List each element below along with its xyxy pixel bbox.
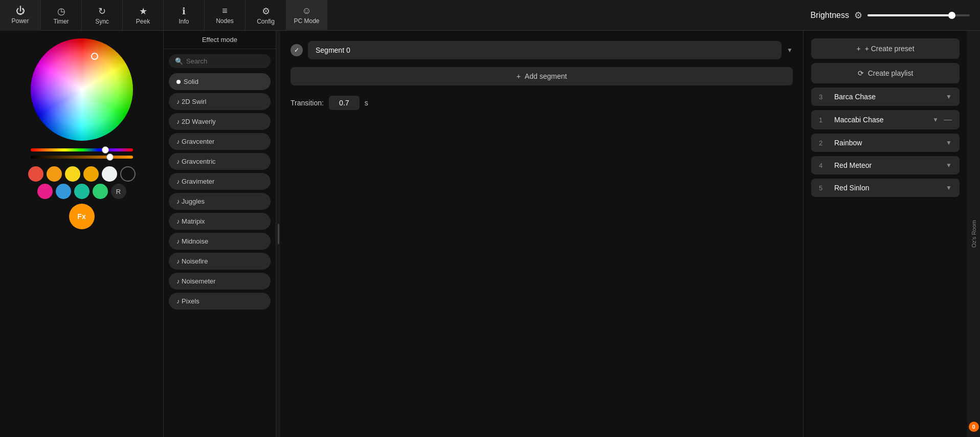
playlist-item-rainbow[interactable]: 2 Rainbow ▼: [811, 134, 960, 152]
swatch-r[interactable]: R: [111, 184, 126, 199]
timer-icon: ◷: [57, 6, 65, 17]
nav-sync-label: Sync: [95, 18, 109, 25]
effect-item-solid[interactable]: Solid: [169, 73, 271, 90]
peek-icon: ★: [139, 6, 147, 17]
nav-peek-label: Peek: [136, 18, 150, 25]
swatch-orange[interactable]: [47, 166, 62, 182]
fx-button[interactable]: Fx: [69, 204, 95, 229]
info-icon: ℹ: [182, 6, 186, 17]
effect-name: ♪ Pixels: [176, 297, 199, 305]
effect-name: ♪ Gravcenter: [176, 138, 214, 145]
color-brightness-slider[interactable]: [31, 156, 133, 159]
nav-peek[interactable]: ★ Peek: [123, 0, 164, 31]
playlist-item-maccabi[interactable]: 1 Maccabi Chase ▼ —: [811, 110, 960, 129]
nav-pcmode[interactable]: ☺ PC Mode: [286, 0, 327, 31]
effect-name: Solid: [184, 78, 198, 85]
config-icon: ⚙: [262, 6, 270, 17]
effect-item-gravcentric[interactable]: ♪ Gravcentric: [169, 153, 271, 170]
effect-item-matripix[interactable]: ♪ Matripix: [169, 213, 271, 230]
chevron-down-icon: ▼: [932, 116, 939, 123]
swatch-white[interactable]: [102, 166, 117, 182]
swatch-black[interactable]: [120, 166, 136, 182]
effect-item-2dwaverly[interactable]: ♪ 2D Waverly: [169, 113, 271, 130]
divider-handle[interactable]: [278, 224, 279, 244]
swatch-yellow[interactable]: [65, 166, 80, 182]
nav-timer-label: Timer: [53, 18, 69, 25]
nav-timer[interactable]: ◷ Timer: [41, 0, 82, 31]
playlist-number: 3: [819, 93, 829, 101]
color-wheel[interactable]: [31, 38, 133, 141]
effect-name: ♪ Noisefire: [176, 257, 208, 265]
minus-icon[interactable]: —: [944, 115, 952, 124]
nav-config[interactable]: ⚙ Config: [246, 0, 286, 31]
panel-divider: [276, 31, 280, 437]
playlist-name: Rainbow: [834, 139, 941, 147]
create-preset-button[interactable]: + + Create preset: [811, 38, 960, 59]
brightness-slider[interactable]: [867, 14, 970, 16]
effect-item-gravimeter[interactable]: ♪ Gravimeter: [169, 173, 271, 190]
swatch-green[interactable]: [93, 184, 108, 199]
nav-power[interactable]: ⏻ Power: [0, 0, 41, 31]
effect-name: ♪ Matripix: [176, 217, 205, 225]
solid-dot: [176, 80, 181, 84]
plus-icon: +: [856, 45, 860, 53]
chevron-down-icon: ▼: [946, 184, 952, 191]
playlist-name: Red Meteor: [834, 161, 941, 169]
playlist-item-barca[interactable]: 3 Barca Chase ▼: [811, 88, 960, 106]
color-wheel-panel: R Fx: [0, 31, 164, 437]
effect-item-midnoise[interactable]: ♪ Midnoise: [169, 233, 271, 250]
color-wheel-dark: [31, 38, 133, 141]
swatch-blue[interactable]: [56, 184, 71, 199]
swatch-red[interactable]: [28, 166, 43, 182]
nav-config-label: Config: [257, 18, 275, 25]
create-playlist-label: Create playlist: [868, 69, 914, 77]
create-playlist-button[interactable]: ⟳ Create playlist: [811, 63, 960, 83]
segment-row: ✓ Segment 0 ▼: [291, 41, 793, 59]
pcmode-icon: ☺: [302, 6, 311, 16]
nav-power-label: Power: [11, 17, 29, 25]
vertical-sidebar: Oz's Room 0: [967, 31, 980, 437]
playlist-panel: + + Create preset ⟳ Create playlist 3 Ba…: [804, 31, 967, 437]
playlist-number: 1: [819, 116, 829, 124]
transition-input[interactable]: [329, 96, 360, 110]
create-preset-label: + Create preset: [865, 45, 915, 53]
transition-label: Transition:: [291, 99, 324, 107]
effect-search-bar[interactable]: 🔍: [169, 54, 271, 68]
nav-info[interactable]: ℹ Info: [164, 0, 205, 31]
effect-item-pixels[interactable]: ♪ Pixels: [169, 293, 271, 310]
swatch-amber[interactable]: [83, 166, 99, 182]
segment-select[interactable]: Segment 0: [308, 41, 782, 59]
swatch-teal[interactable]: [74, 184, 90, 199]
chevron-down-icon: ▼: [946, 139, 952, 146]
brightness-section: Brightness ⚙: [810, 10, 980, 21]
add-segment-button[interactable]: + Add segment: [291, 67, 793, 85]
nav-nodes[interactable]: ≡ Nodes: [205, 0, 246, 31]
main-content: R Fx Effect mode 🔍 Solid ♪ 2D Swirl ♪ 2D…: [0, 31, 980, 437]
segment-checkbox[interactable]: ✓: [291, 44, 303, 56]
color-swatches-row2: R: [37, 184, 126, 199]
segment-chevron-icon: ▼: [787, 47, 793, 54]
effect-item-noisemeter[interactable]: ♪ Noisemeter: [169, 273, 271, 290]
effect-name: ♪ Noisemeter: [176, 277, 216, 285]
playlist-item-red-sinlon[interactable]: 5 Red Sinlon ▼: [811, 179, 960, 197]
nodes-icon: ≡: [222, 6, 228, 16]
effect-name: ♪ Juggles: [176, 198, 205, 205]
nav-pcmode-label: PC Mode: [294, 17, 319, 25]
hue-slider[interactable]: [31, 148, 133, 151]
top-nav: ⏻ Power ◷ Timer ↻ Sync ★ Peek ℹ Info ≡ N…: [0, 0, 980, 31]
transition-row: Transition: s: [291, 96, 793, 110]
effect-item-gravcenter[interactable]: ♪ Gravcenter: [169, 133, 271, 150]
badge-count: 0: [972, 424, 975, 430]
add-segment-label: Add segment: [525, 72, 567, 80]
effect-item-juggles[interactable]: ♪ Juggles: [169, 193, 271, 210]
effect-item-noisefire[interactable]: ♪ Noisefire: [169, 253, 271, 270]
nav-sync[interactable]: ↻ Sync: [82, 0, 123, 31]
plus-icon: +: [517, 72, 521, 80]
room-label: Oz's Room: [971, 220, 977, 248]
color-picker-dot[interactable]: [91, 53, 98, 60]
playlist-item-red-meteor[interactable]: 4 Red Meteor ▼: [811, 156, 960, 174]
effect-item-2dswirl[interactable]: ♪ 2D Swirl: [169, 93, 271, 110]
effect-search-input[interactable]: [186, 57, 264, 65]
brightness-icon: ⚙: [854, 10, 862, 21]
swatch-pink[interactable]: [37, 184, 53, 199]
